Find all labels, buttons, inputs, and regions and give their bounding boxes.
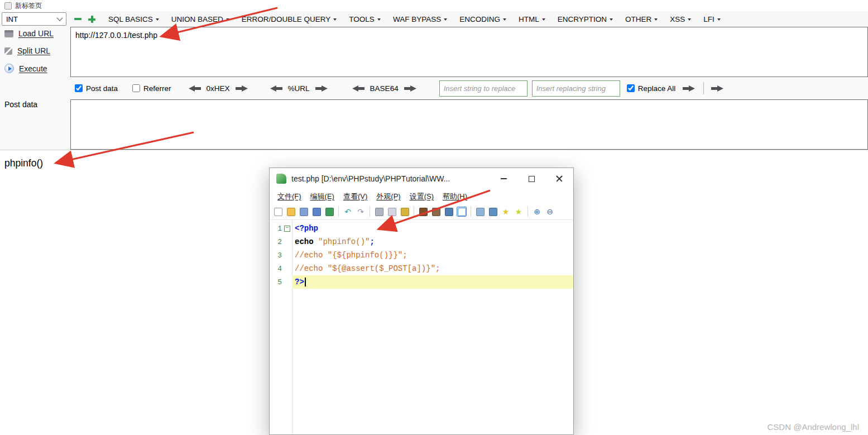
post-data-checkbox[interactable]: Post data [75,84,118,93]
fold-collapse-icon[interactable]: − [284,226,290,232]
menu-label: ENCODING [459,15,500,23]
zoom-in-icon[interactable]: ⊕ [532,207,542,217]
base64-encode-arrow[interactable] [404,85,417,92]
post-data-checkbox-label: Post data [86,84,118,93]
npp-menu-item-5[interactable]: 帮助(H) [438,192,472,202]
post-data-sidebar-label: Post data [4,100,37,109]
npp-menu-item-2[interactable]: 查看(V) [339,192,372,202]
hackbar-toolbar: INT SQL BASICSUNION BASEDERROR/DOUBLE QU… [0,11,868,27]
hackbar-menu-encryption[interactable]: ENCRYPTION [552,11,619,27]
code-line[interactable]: 1−<?php [270,222,573,235]
fold-margin: − [282,226,292,232]
replace-apply-arrow[interactable] [682,85,696,92]
referrer-checkbox-input[interactable] [132,84,140,92]
code-line[interactable]: 4//echo "${@assert($_POST[a])}"; [270,262,573,275]
extra-apply-arrow[interactable] [711,85,724,92]
copy-icon[interactable] [387,207,397,217]
menu-label: SQL BASICS [108,15,153,23]
code-text[interactable]: <?php [292,222,573,235]
find-icon[interactable] [418,207,428,217]
code-text[interactable]: echo "phpinfo()"; [292,235,573,248]
bookmark-icon[interactable]: ★ [501,207,511,217]
hackbar-menu-error-double-query[interactable]: ERROR/DOUBLE QUERY [236,11,343,27]
hackbar-menu-other[interactable]: OTHER [619,11,664,27]
zoom-doc-icon[interactable] [488,207,498,217]
hackbar-menu-sql-basics[interactable]: SQL BASICS [102,11,165,27]
notepad-titlebar[interactable]: test.php [D:\env\PHPstudy\PHPTutorial\WW… [270,168,573,189]
hackbar-menu-union-based[interactable]: UNION BASED [165,11,236,27]
hackbar-menu-xss[interactable]: XSS [664,11,697,27]
execute-button[interactable]: Execute [4,64,47,73]
paste-icon[interactable] [400,207,410,217]
code-line[interactable]: 5?> [270,275,573,289]
npp-menu-item-1[interactable]: 编辑(E) [306,192,339,202]
code-text[interactable]: //echo "${@assert($_POST[a])}"; [292,262,573,275]
new-file-icon[interactable] [273,207,283,217]
code-line[interactable]: 3//echo "{${phpinfo()}}"; [270,248,573,262]
load-url-button[interactable]: Load URL [4,29,54,38]
minimize-button[interactable] [490,168,517,189]
code-text[interactable]: //echo "{${phpinfo()}}"; [292,248,573,262]
tab-favicon [4,2,12,9]
remove-icon[interactable] [74,18,81,20]
load-url-label: Load URL [18,29,54,38]
hex-decode-arrow[interactable] [188,85,202,92]
window-controls [490,168,573,189]
zoom-icon[interactable] [444,207,454,217]
execute-icon [4,64,14,73]
find-in-files-icon[interactable] [431,207,441,217]
caret-down-icon [503,18,506,21]
hackbar-menu-encoding[interactable]: ENCODING [453,11,512,27]
save-icon[interactable] [299,207,309,217]
phpinfo-text: phpinfo() [4,157,43,169]
code-lines: 1−<?php2echo "phpinfo()";3//echo "{${php… [270,222,573,289]
hackbar-menu-html[interactable]: HTML [512,11,552,27]
toolbar-separator [338,207,339,217]
hex-encode-arrow[interactable] [235,85,248,92]
url-input[interactable]: http://127.0.0.1/test.php [70,27,868,77]
caret-down-icon [542,18,545,21]
hackbar-menu-waf-bypass[interactable]: WAF BYPASS [387,11,453,27]
caret-down-icon [688,18,691,21]
code-line[interactable]: 2echo "phpinfo()"; [270,235,573,248]
split-url-label: Split URL [17,46,50,55]
close-button[interactable] [545,168,573,189]
replacing-string-input[interactable] [532,80,620,97]
toolbar-separator [527,207,528,217]
hackbar-menu-tools[interactable]: TOOLS [343,11,387,27]
open-folder-icon[interactable] [286,207,296,217]
add-icon[interactable] [88,16,95,23]
cut-icon[interactable] [374,207,384,217]
save-all-icon[interactable] [311,207,322,217]
line-number: 4 [270,265,282,273]
referrer-checkbox[interactable]: Referrer [132,84,171,93]
code-editor[interactable]: 1−<?php2echo "phpinfo()";3//echo "{${php… [270,219,573,434]
maximize-button[interactable] [517,168,545,189]
post-data-input[interactable] [70,99,868,150]
code-text[interactable]: ?> [292,275,573,289]
controls-divider [703,82,704,94]
browser-tab[interactable]: 新标签页 [0,0,868,11]
replace-string-input[interactable] [439,80,527,97]
reload-icon[interactable] [324,207,334,217]
post-data-checkbox-input[interactable] [75,84,83,92]
load-url-icon [4,30,13,37]
show-symbols-icon[interactable] [475,207,485,217]
hackbar-menu-lfi[interactable]: LFI [697,11,727,27]
word-wrap-icon[interactable] [457,207,467,217]
undo-icon[interactable]: ↶ [343,207,353,217]
base64-decode-arrow[interactable] [352,85,365,92]
url-decode-arrow[interactable] [270,85,283,92]
redo-icon[interactable]: ↷ [356,207,366,217]
bookmark-next-icon[interactable]: ★ [514,207,524,217]
preset-select[interactable]: INT [2,12,66,26]
npp-menu-item-3[interactable]: 外观(P) [372,192,405,202]
npp-menu-item-0[interactable]: 文件(F) [273,192,306,202]
npp-menu-item-4[interactable]: 设置(S) [405,192,438,202]
split-url-button[interactable]: Split URL [4,46,50,55]
replace-all-checkbox[interactable]: Replace All [627,84,676,93]
replace-all-checkbox-input[interactable] [627,84,635,92]
url-encode-arrow[interactable] [315,85,328,92]
notepad-app-icon [276,174,286,184]
zoom-out-icon[interactable]: ⊖ [545,207,555,217]
